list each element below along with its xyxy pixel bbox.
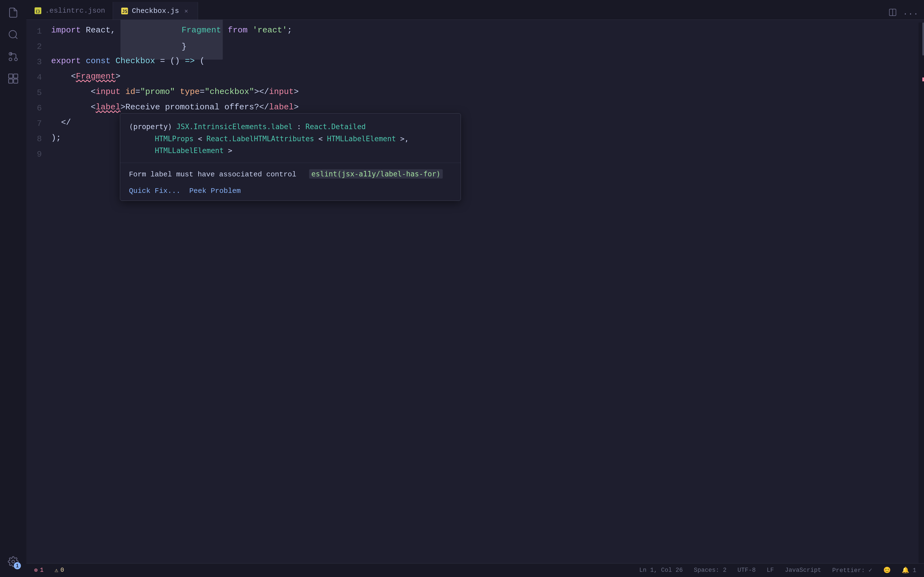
import-keyword: import: [51, 26, 81, 34]
tab-close-icon[interactable]: ✕: [183, 7, 190, 15]
line-num-7: 7: [26, 116, 42, 131]
warning-icon: ⚠: [55, 567, 58, 574]
tab-eslintrc[interactable]: {} .eslintrc.json: [26, 2, 113, 19]
more-actions-icon[interactable]: ···: [903, 9, 919, 19]
svg-line-1: [15, 37, 17, 39]
line-num-2: 2: [26, 39, 42, 55]
split-editor-icon[interactable]: [888, 8, 897, 19]
status-encoding[interactable]: UTF-8: [738, 567, 756, 574]
status-line-ending[interactable]: LF: [767, 567, 774, 574]
notification-badge: 1: [14, 562, 21, 569]
tab-actions: ···: [888, 8, 924, 19]
tab-eslintrc-label: .eslintrc.json: [45, 6, 105, 15]
status-bar: ⊗ 1 ⚠ 0 Ln 1, Col 26 Spaces: 2 UTF-8 LF …: [26, 563, 924, 577]
tab-checkbox[interactable]: JS Checkbox.js ✕: [113, 2, 198, 19]
scrollbar-thumb: [922, 23, 924, 55]
tooltip-popup: (property) JSX.IntrinsicElements.label :…: [120, 113, 461, 201]
settings-icon[interactable]: 1: [3, 552, 23, 572]
line-num-5: 5: [26, 85, 42, 101]
error-code-ref: eslint(jsx-a11y/label-has-for): [309, 169, 443, 179]
error-indicator: [922, 77, 924, 81]
search-icon[interactable]: [3, 25, 23, 45]
tab-bar: {} .eslintrc.json JS Checkbox.js ✕ ···: [26, 0, 924, 20]
extensions-icon[interactable]: [3, 69, 23, 89]
code-line-5: < input id = "promo" type = "checkbox" >…: [51, 84, 919, 100]
files-icon[interactable]: [3, 3, 23, 23]
react-string: 'react': [252, 26, 287, 34]
line-num-4: 4: [26, 70, 42, 85]
code-line-4: <Fragment>: [51, 69, 919, 84]
status-formatter[interactable]: Prettier: ✓: [832, 567, 872, 574]
status-warnings[interactable]: ⚠ 0: [55, 567, 64, 574]
smiley-icon: 😊: [883, 567, 891, 574]
from-keyword: from: [228, 26, 247, 34]
error-icon: ⊗: [34, 567, 38, 574]
svg-text:{}: {}: [36, 9, 40, 13]
status-smiley[interactable]: 😊: [883, 567, 891, 574]
line-num-9: 9: [26, 147, 42, 162]
code-lines: import React , { Fragment } from 'rea: [48, 23, 919, 563]
status-position[interactable]: Ln 1, Col 26: [640, 567, 683, 574]
svg-point-2: [15, 58, 17, 61]
status-bar-right: Ln 1, Col 26 Spaces: 2 UTF-8 LF JavaScri…: [640, 567, 916, 574]
activity-bar: 1: [0, 0, 26, 577]
editor-container: {} .eslintrc.json JS Checkbox.js ✕ ···: [26, 0, 924, 577]
status-bell[interactable]: 🔔 1: [902, 567, 916, 574]
error-message-text: Form label must have associated control: [129, 170, 296, 179]
svg-point-9: [12, 560, 15, 563]
react-identifier: React: [86, 26, 111, 34]
line-num-1: 1: [26, 24, 42, 39]
peek-problem-btn[interactable]: Peek Problem: [189, 187, 241, 195]
source-control-icon[interactable]: [3, 47, 23, 66]
bell-icon: 🔔 1: [902, 567, 916, 574]
line-numbers: 1 2 3 4 5 6 7 8 9: [26, 23, 48, 563]
code-line-6: < label >Receive promotional offers?</ l…: [51, 100, 919, 115]
tooltip-actions: Quick Fix... Peek Problem: [120, 184, 460, 201]
line-num-8: 8: [26, 131, 42, 147]
svg-rect-6: [14, 74, 18, 78]
line-num-6: 6: [26, 101, 42, 116]
tab-checkbox-label: Checkbox.js: [132, 7, 179, 15]
svg-rect-8: [14, 79, 18, 83]
warning-count: 0: [60, 567, 64, 574]
svg-point-0: [9, 31, 16, 38]
error-count: 1: [40, 567, 44, 574]
status-language[interactable]: JavaScript: [785, 567, 821, 574]
tooltip-error: Form label must have associated control …: [120, 163, 460, 184]
code-editor[interactable]: 1 2 3 4 5 6 7 8 9 import React ,: [26, 20, 924, 563]
code-line-1: import React , { Fragment } from 'rea: [51, 23, 919, 38]
curly-fragment: { Fragment }: [120, 20, 223, 60]
svg-rect-7: [8, 79, 13, 83]
tooltip-type-info: (property) JSX.IntrinsicElements.label :…: [120, 113, 460, 163]
quick-fix-btn[interactable]: Quick Fix...: [129, 187, 180, 195]
line-num-3: 3: [26, 55, 42, 70]
status-errors[interactable]: ⊗ 1: [34, 567, 44, 574]
svg-text:JS: JS: [123, 9, 128, 14]
scrollbar-track[interactable]: [919, 23, 924, 563]
status-spaces[interactable]: Spaces: 2: [694, 567, 727, 574]
svg-rect-5: [8, 74, 13, 78]
code-content: 1 2 3 4 5 6 7 8 9 import React ,: [26, 20, 924, 563]
svg-point-4: [9, 58, 12, 61]
